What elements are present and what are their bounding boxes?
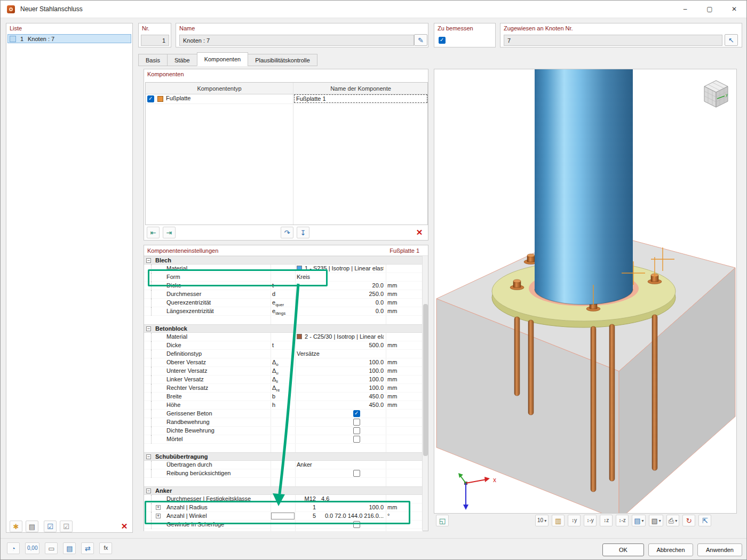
collapse-icon[interactable]: − (146, 258, 151, 263)
export-view-button[interactable]: ⇱ (698, 515, 711, 526)
3d-viewport[interactable]: y x z (434, 69, 737, 514)
property-value[interactable]: 4.6 (321, 495, 384, 503)
property-value[interactable]: 0.0 (297, 299, 384, 307)
dropdown-arrow-icon[interactable]: ▾ (659, 518, 661, 523)
group-header-betonblock[interactable]: −Betonblock (144, 324, 423, 333)
property-row-durchmesser-festigkeitsklasse[interactable]: Durchmesser | FestigkeitsklasseM124.6 (144, 495, 423, 503)
component-name-cell[interactable]: Fußplatte 1 (294, 94, 427, 103)
collapse-icon[interactable]: − (146, 489, 151, 493)
zoom-all-button[interactable]: ◱ (436, 515, 449, 526)
property-row-längsexzentrizität[interactable]: Längsexzentrizitätelängs0.0mm (144, 307, 423, 316)
maximize-button[interactable]: ▢ (697, 1, 722, 18)
name-input[interactable]: Knoten : 7 (179, 35, 414, 46)
zugewiesen-field[interactable]: 7 (504, 35, 722, 46)
dropdown-arrow-icon[interactable]: ▾ (675, 518, 677, 523)
view-z-button[interactable]: ↕z (600, 515, 613, 526)
property-value[interactable]: 450.0 (297, 393, 384, 401)
remove-component-button[interactable]: ⇥ (163, 227, 176, 238)
property-value[interactable]: 100.0 (297, 375, 384, 383)
cancel-button[interactable]: Abbrechen (648, 543, 693, 556)
decimal-places-button[interactable]: 10▾ (535, 515, 549, 526)
property-value[interactable]: 0.0 (297, 307, 384, 315)
list-item-knoten-7[interactable]: 1 Knoten : 7 (7, 34, 131, 43)
uncheck-all-button[interactable]: ☑ (60, 521, 73, 532)
edit-name-button[interactable]: ✎ (414, 34, 427, 46)
ok-button[interactable]: OK (602, 543, 644, 556)
function-button[interactable]: fx (99, 542, 112, 554)
decimal-format-button[interactable]: 0,00 (25, 542, 39, 554)
property-row-oberer-versatz[interactable]: Oberer VersatzΔo100.0mm (144, 358, 423, 367)
property-row-randbewehrung[interactable]: Randbewehrung (144, 418, 423, 427)
group-header-anker[interactable]: −Anker (144, 486, 423, 495)
property-value[interactable]: 250.0 (297, 290, 384, 298)
view-minus-y-button[interactable]: ↕-y (584, 515, 597, 526)
property-row-dicke[interactable]: Dicket500.0mm (144, 341, 423, 350)
property-row-reibung-berücksichtigen[interactable]: Reibung berücksichtigen (144, 469, 423, 478)
tab-komponenten[interactable]: Komponenten (197, 52, 249, 66)
tab-stäbe[interactable]: Stäbe (167, 54, 197, 66)
color-scale-button[interactable]: ▥ (552, 515, 565, 526)
view-minus-z-button[interactable]: ↕-z (616, 515, 629, 526)
collapse-icon[interactable]: − (146, 454, 151, 459)
expand-icon[interactable]: + (156, 505, 161, 510)
property-row-querexzentrizität[interactable]: Querexzentrizitätequer0.0mm (144, 299, 423, 307)
property-value[interactable]: Anker (297, 461, 384, 469)
reset-view-button[interactable]: ↻ (682, 515, 695, 526)
new-node-button[interactable]: ✱ (10, 521, 22, 532)
visibility-layers-button[interactable]: ▤▾ (632, 515, 646, 526)
checkbox-unchecked[interactable] (353, 427, 360, 434)
minimize-button[interactable]: – (673, 1, 697, 18)
delete-component-button[interactable]: ✕ (414, 227, 425, 238)
group-header-schubübertragung[interactable]: −Schubübertragung (144, 452, 423, 461)
property-row-anzahl-radius[interactable]: +Anzahl | Radius1100.0mm (144, 503, 423, 512)
property-value[interactable]: 20.0 (297, 282, 384, 290)
print-button[interactable]: ⎙▾ (666, 515, 679, 526)
property-value[interactable]: Versätze (297, 350, 384, 358)
display-mode-button[interactable]: ▧▾ (649, 515, 663, 526)
scrollbar-track[interactable] (422, 256, 428, 531)
table-row-fussplatte[interactable]: Fußplatte Fußplatte 1 (146, 94, 427, 104)
property-row-definitionstyp[interactable]: DefinitionstypVersätze (144, 350, 423, 358)
close-button[interactable]: ✕ (722, 1, 746, 18)
title-bar[interactable]: Neuer Stahlanschluss – ▢ ✕ (1, 1, 746, 18)
value-count[interactable]: M12 (296, 495, 316, 503)
tab-basis[interactable]: Basis (138, 54, 168, 66)
import-component-button[interactable]: ↷ (281, 227, 293, 238)
property-value[interactable]: 1 - S235 | Isotrop | Linear elastisch (297, 265, 384, 273)
property-value[interactable]: 500.0 (297, 341, 384, 349)
zu-bemessen-checkbox[interactable] (439, 37, 446, 44)
property-value[interactable]: 100.0 (297, 358, 384, 366)
dropdown-arrow-icon[interactable]: ▾ (641, 518, 643, 523)
property-row-material[interactable]: Material2 - C25/30 | Isotrop | Linear el… (144, 333, 423, 341)
value-count[interactable]: 5 (296, 512, 316, 520)
property-row-unterer-versatz[interactable]: Unterer VersatzΔu100.0mm (144, 367, 423, 375)
3d-scene[interactable]: y x z (434, 69, 736, 513)
checkbox-checked[interactable] (353, 410, 360, 417)
tab-plausibilitätskontrolle[interactable]: Plausibilitätskontrolle (248, 54, 317, 66)
property-row-anzahl-winkel[interactable]: +Anzahl | Winkel50.0 72.0 144.0 216.0...… (144, 512, 423, 521)
property-row-linker-versatz[interactable]: Linker VersatzΔli100.0mm (144, 375, 423, 384)
property-row-übertragen-durch[interactable]: Übertragen durchAnker (144, 461, 423, 469)
checkbox-unchecked[interactable] (353, 521, 360, 528)
property-row-dichte-bewehrung[interactable]: Dichte Bewehrung (144, 427, 423, 435)
property-row-form[interactable]: FormKreis (144, 273, 423, 282)
checkbox-unchecked[interactable] (353, 436, 360, 443)
dropdown-arrow-icon[interactable]: ▾ (544, 518, 546, 523)
regenerate-button[interactable]: ⇄ (81, 542, 94, 554)
property-value[interactable]: 100.0 (297, 384, 384, 392)
save-component-button[interactable]: ↧ (297, 227, 309, 238)
property-value[interactable]: 0.0 72.0 144.0 216.0... (321, 512, 384, 520)
scrollbar-thumb[interactable] (423, 304, 428, 456)
property-row-rechter-versatz[interactable]: Rechter VersatzΔre100.0mm (144, 384, 423, 393)
property-value[interactable]: 100.0 (297, 367, 384, 375)
copy-node-button[interactable]: ▤ (26, 521, 38, 532)
view-y-button[interactable]: ↕y (568, 515, 581, 526)
property-value[interactable]: 450.0 (297, 401, 384, 409)
check-all-button[interactable]: ☑ (44, 521, 57, 532)
property-row-durchmesser[interactable]: Durchmesserd250.0mm (144, 290, 423, 299)
checkbox-unchecked[interactable] (353, 470, 360, 477)
property-row-gerissener-beton[interactable]: Gerissener Beton (144, 410, 423, 418)
property-value[interactable]: 100.0 (321, 503, 384, 511)
property-row-gewinde-in-scherfuge[interactable]: Gewinde in Scherfuge (144, 521, 423, 529)
delete-node-button[interactable]: ✕ (118, 521, 130, 532)
